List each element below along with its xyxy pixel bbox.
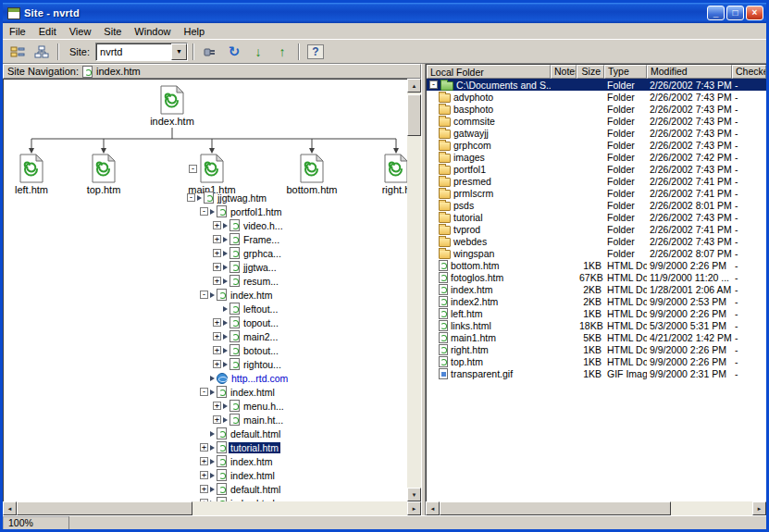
menu-item-help[interactable]: Help bbox=[177, 24, 211, 39]
expander-icon[interactable] bbox=[213, 415, 221, 424]
site-combobox[interactable]: nvrtd ▼ bbox=[95, 43, 188, 61]
expander-icon[interactable] bbox=[213, 277, 221, 285]
expander-icon[interactable] bbox=[213, 346, 221, 354]
tree-item[interactable]: portfol1.htm bbox=[187, 204, 407, 218]
table-row[interactable]: C:\Documents and S... Folder 2/26/2002 7… bbox=[427, 79, 766, 91]
title-bar[interactable]: Site - nvrtd _ □ × bbox=[3, 3, 766, 23]
left-horizontal-scrollbar[interactable]: ◄ ► bbox=[3, 501, 421, 515]
tree-item[interactable]: index.html bbox=[187, 496, 407, 501]
table-row[interactable]: index2.htm 2KB HTML Do... 9/9/2000 2:53 … bbox=[427, 295, 766, 307]
table-row[interactable]: psds Folder 2/26/2002 8:01 PM - bbox=[427, 199, 766, 211]
scroll-down-button[interactable]: ▼ bbox=[407, 488, 421, 501]
table-row[interactable]: tutorial Folder 2/26/2002 7:43 PM - bbox=[427, 211, 766, 223]
expander-icon[interactable] bbox=[200, 443, 208, 452]
main1-collapse-expander[interactable]: - bbox=[189, 165, 197, 173]
table-row[interactable]: presmed Folder 2/26/2002 7:41 PM - bbox=[427, 175, 766, 187]
zoom-level[interactable]: 100% bbox=[3, 516, 69, 530]
table-row[interactable]: advphoto Folder 2/26/2002 7:43 PM - bbox=[427, 91, 766, 103]
column-header-size[interactable]: Size bbox=[577, 65, 604, 79]
column-header-modified[interactable]: Modified bbox=[647, 65, 732, 79]
tree-item[interactable]: topout... bbox=[187, 315, 407, 329]
table-row[interactable]: prmlscrm Folder 2/26/2002 7:41 PM - bbox=[427, 187, 766, 199]
sitemap-node-main1[interactable]: main1.htm bbox=[182, 154, 242, 195]
expander-icon[interactable] bbox=[200, 471, 208, 479]
table-row[interactable]: right.htm 1KB HTML Do... 9/9/2000 2:26 P… bbox=[427, 343, 766, 355]
table-row[interactable]: left.htm 1KB HTML Do... 9/9/2000 2:26 PM… bbox=[427, 307, 766, 319]
expander-icon[interactable] bbox=[200, 485, 208, 493]
column-header-checked-out[interactable]: Checked O bbox=[732, 65, 766, 79]
tree-item[interactable]: botout... bbox=[187, 343, 407, 357]
table-row[interactable]: basphoto Folder 2/26/2002 7:43 PM - bbox=[427, 103, 766, 115]
tree-item[interactable]: index.html bbox=[187, 468, 407, 482]
expander-icon[interactable] bbox=[200, 457, 208, 465]
site-map-canvas[interactable]: index.htm left.htm top.htm main1.htm bbox=[3, 79, 407, 501]
site-files-view-button[interactable] bbox=[6, 42, 29, 62]
tree-item[interactable]: jjgtwa... bbox=[187, 260, 407, 274]
expander-icon[interactable] bbox=[200, 499, 208, 501]
tree-item[interactable]: resum... bbox=[187, 274, 407, 288]
table-row[interactable]: links.html 18KB HTML Do... 5/3/2000 5:31… bbox=[427, 319, 766, 331]
expander-icon[interactable] bbox=[213, 249, 221, 257]
minimize-button[interactable]: _ bbox=[707, 6, 725, 20]
tree-item[interactable]: leftout... bbox=[187, 302, 407, 315]
tree-item[interactable]: default.html bbox=[187, 482, 407, 496]
left-vertical-scrollbar[interactable]: ▲ ▼ bbox=[407, 79, 421, 501]
expander-icon[interactable] bbox=[213, 402, 221, 410]
horizontal-scroll-thumb[interactable] bbox=[17, 501, 192, 515]
table-row[interactable]: transparent.gif 1KB GIF Image 9/9/2000 2… bbox=[427, 367, 766, 379]
table-row[interactable]: images Folder 2/26/2002 7:42 PM - bbox=[427, 151, 766, 163]
tree-item[interactable]: index.html bbox=[187, 385, 407, 399]
table-row[interactable]: fotoglos.htm 67KB HTML Do... 11/9/2000 1… bbox=[427, 271, 766, 283]
horizontal-scroll-thumb[interactable] bbox=[440, 501, 671, 515]
tree-item[interactable]: main2... bbox=[187, 329, 407, 343]
tree-item[interactable]: menu.h... bbox=[187, 399, 407, 413]
tree-item[interactable]: video.h... bbox=[187, 218, 407, 232]
column-header-notes[interactable]: Notes bbox=[551, 65, 577, 79]
tree-item[interactable]: index.htm bbox=[187, 288, 407, 302]
table-row[interactable]: tvprod Folder 2/26/2002 7:41 PM - bbox=[427, 223, 766, 235]
scroll-right-button[interactable]: ► bbox=[407, 501, 421, 515]
table-row[interactable]: portfol1 Folder 2/26/2002 7:43 PM - bbox=[427, 163, 766, 175]
sitemap-node-bottom[interactable]: bottom.htm bbox=[282, 154, 341, 195]
scroll-left-button[interactable]: ◄ bbox=[426, 501, 440, 515]
tree-item[interactable]: main.ht... bbox=[187, 413, 407, 427]
tree-item[interactable]: index.htm bbox=[187, 454, 407, 468]
menu-item-file[interactable]: File bbox=[3, 24, 32, 39]
expander-icon[interactable] bbox=[213, 318, 221, 327]
refresh-button[interactable]: ↻ bbox=[223, 42, 245, 62]
scroll-left-button[interactable]: ◄ bbox=[3, 501, 17, 515]
sitemap-node-right[interactable]: right.h bbox=[366, 154, 407, 195]
menu-item-view[interactable]: View bbox=[63, 24, 98, 39]
scroll-right-button[interactable]: ► bbox=[752, 501, 766, 515]
column-header-type[interactable]: Type bbox=[604, 65, 647, 79]
menu-item-site[interactable]: Site bbox=[97, 24, 128, 39]
table-row[interactable]: grphcom Folder 2/26/2002 7:43 PM - bbox=[427, 139, 766, 151]
expander-icon[interactable] bbox=[200, 207, 208, 216]
sitemap-node-index[interactable]: index.htm bbox=[143, 85, 202, 127]
sitemap-node-top[interactable]: top.htm bbox=[74, 154, 133, 195]
expander-icon[interactable] bbox=[213, 332, 221, 340]
table-row[interactable]: wingspan Folder 2/26/2002 8:07 PM - bbox=[427, 247, 766, 259]
maximize-button[interactable]: □ bbox=[726, 6, 744, 20]
expander-icon[interactable] bbox=[187, 193, 195, 202]
tree-item[interactable]: rightou... bbox=[187, 357, 407, 371]
menu-item-window[interactable]: Window bbox=[128, 24, 177, 39]
connect-button[interactable] bbox=[199, 42, 221, 62]
put-file-button[interactable]: ↑ bbox=[271, 42, 293, 62]
tree-item[interactable]: default.html bbox=[187, 427, 407, 440]
expander-icon[interactable] bbox=[200, 388, 208, 396]
expander-icon[interactable] bbox=[213, 263, 221, 271]
table-row[interactable]: top.htm 1KB HTML Do... 9/9/2000 2:26 PM … bbox=[427, 355, 766, 367]
tree-item[interactable]: Frame... bbox=[187, 232, 407, 246]
table-row[interactable]: main1.htm 5KB HTML Do... 4/21/2002 1:42 … bbox=[427, 331, 766, 343]
expander-icon[interactable] bbox=[429, 80, 438, 89]
table-row[interactable]: webdes Folder 2/26/2002 7:43 PM - bbox=[427, 235, 766, 247]
menu-item-edit[interactable]: Edit bbox=[32, 24, 63, 39]
tree-item[interactable]: jjgtwag.htm bbox=[187, 191, 407, 204]
expander-icon[interactable] bbox=[213, 235, 221, 243]
expander-icon[interactable] bbox=[200, 291, 208, 299]
expander-icon[interactable] bbox=[213, 360, 221, 368]
tree-item[interactable]: http...rtd.com bbox=[187, 371, 407, 385]
table-row[interactable]: commsite Folder 2/26/2002 7:43 PM - bbox=[427, 115, 766, 127]
table-row[interactable]: gatwayjj Folder 2/26/2002 7:43 PM - bbox=[427, 127, 766, 139]
